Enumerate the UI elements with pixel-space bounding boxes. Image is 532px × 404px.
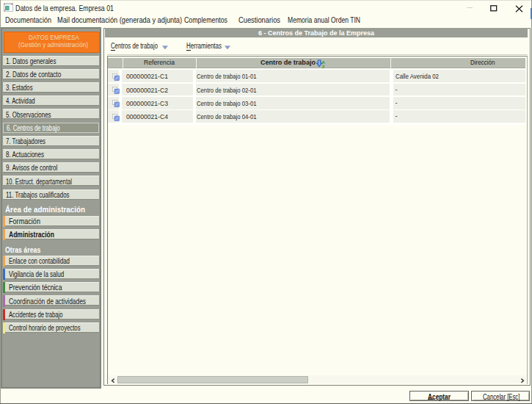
svg-text:A: A xyxy=(321,59,325,64)
